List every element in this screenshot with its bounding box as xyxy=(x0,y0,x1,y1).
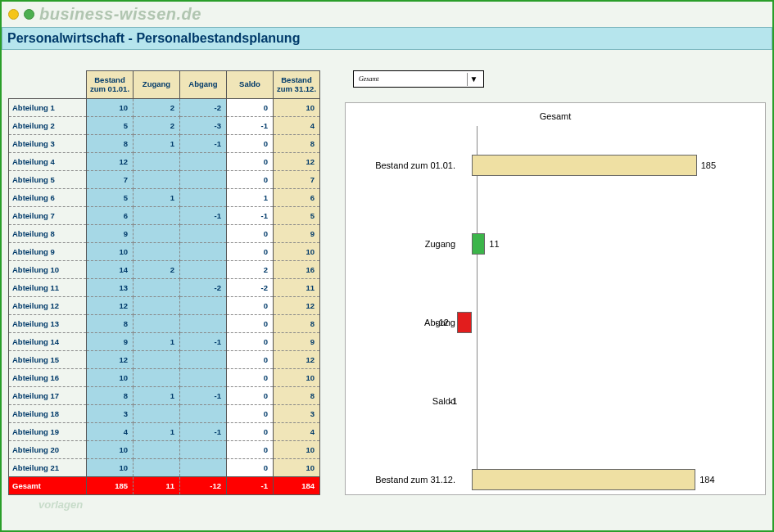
cell-saldo[interactable]: 0 xyxy=(227,135,274,153)
cell-name[interactable]: Abteilung 20 xyxy=(9,441,87,459)
cell-zugang[interactable] xyxy=(134,441,180,459)
cell-bestand1[interactable]: 10 xyxy=(87,369,134,387)
cell-name[interactable]: Abteilung 5 xyxy=(9,171,87,189)
cell-zugang[interactable] xyxy=(134,153,180,171)
cell-saldo[interactable]: 0 xyxy=(227,441,274,459)
cell-saldo[interactable]: 1 xyxy=(227,189,274,207)
cell-saldo[interactable]: -1 xyxy=(227,207,274,225)
cell-abgang[interactable]: -1 xyxy=(180,423,227,441)
cell-bestand1[interactable]: 9 xyxy=(87,225,134,243)
cell-saldo[interactable]: 0 xyxy=(227,99,274,117)
cell-bestand1[interactable]: 10 xyxy=(87,441,134,459)
cell-name[interactable]: Abteilung 1 xyxy=(9,99,87,117)
cell-zugang[interactable]: 1 xyxy=(134,387,180,405)
cell-abgang[interactable] xyxy=(180,189,227,207)
cell-saldo[interactable]: 0 xyxy=(227,369,274,387)
cell-zugang[interactable] xyxy=(134,171,180,189)
cell-bestand1[interactable]: 12 xyxy=(87,297,134,315)
cell-bestand1[interactable]: 3 xyxy=(87,405,134,423)
cell-bestand1[interactable]: 4 xyxy=(87,423,134,441)
cell-abgang[interactable] xyxy=(180,441,227,459)
cell-bestand1[interactable]: 7 xyxy=(87,171,134,189)
cell-bestand2[interactable]: 10 xyxy=(274,243,320,261)
cell-zugang[interactable] xyxy=(134,315,180,333)
cell-abgang[interactable]: -1 xyxy=(180,207,227,225)
cell-bestand2[interactable]: 9 xyxy=(274,225,320,243)
cell-name[interactable]: Abteilung 13 xyxy=(9,315,87,333)
cell-bestand2[interactable]: 5 xyxy=(274,207,320,225)
cell-name[interactable]: Abteilung 6 xyxy=(9,189,87,207)
cell-zugang[interactable]: 1 xyxy=(134,135,180,153)
cell-abgang[interactable]: -1 xyxy=(180,387,227,405)
cell-zugang[interactable]: 2 xyxy=(134,117,180,135)
series-dropdown[interactable]: Gesamt ▼ xyxy=(353,70,484,88)
cell-abgang[interactable] xyxy=(180,171,227,189)
cell-saldo[interactable]: 0 xyxy=(227,297,274,315)
cell-name[interactable]: Abteilung 14 xyxy=(9,333,87,351)
cell-bestand1[interactable]: 5 xyxy=(87,117,134,135)
cell-zugang[interactable] xyxy=(134,405,180,423)
cell-name[interactable]: Abteilung 3 xyxy=(9,135,87,153)
cell-name[interactable]: Abteilung 12 xyxy=(9,297,87,315)
cell-bestand2[interactable]: 10 xyxy=(274,369,320,387)
cell-abgang[interactable]: -3 xyxy=(180,117,227,135)
cell-saldo[interactable]: -1 xyxy=(227,117,274,135)
cell-abgang[interactable] xyxy=(180,315,227,333)
cell-zugang[interactable] xyxy=(134,369,180,387)
cell-bestand1[interactable]: 14 xyxy=(87,261,134,279)
cell-abgang[interactable] xyxy=(180,243,227,261)
cell-zugang[interactable]: 1 xyxy=(134,333,180,351)
cell-bestand1[interactable]: 5 xyxy=(87,189,134,207)
cell-bestand1[interactable]: 8 xyxy=(87,135,134,153)
cell-bestand2[interactable]: 12 xyxy=(274,153,320,171)
cell-bestand1[interactable]: 12 xyxy=(87,351,134,369)
cell-name[interactable]: Abteilung 9 xyxy=(9,243,87,261)
cell-saldo[interactable]: 0 xyxy=(227,459,274,477)
cell-zugang[interactable] xyxy=(134,279,180,297)
cell-abgang[interactable] xyxy=(180,225,227,243)
cell-bestand1[interactable]: 6 xyxy=(87,207,134,225)
cell-zugang[interactable]: 1 xyxy=(134,423,180,441)
cell-abgang[interactable] xyxy=(180,297,227,315)
cell-abgang[interactable]: -2 xyxy=(180,99,227,117)
cell-zugang[interactable]: 2 xyxy=(134,261,180,279)
cell-bestand2[interactable]: 10 xyxy=(274,99,320,117)
cell-abgang[interactable] xyxy=(180,153,227,171)
cell-saldo[interactable]: 0 xyxy=(227,405,274,423)
cell-bestand2[interactable]: 11 xyxy=(274,279,320,297)
cell-name[interactable]: Abteilung 15 xyxy=(9,351,87,369)
cell-zugang[interactable] xyxy=(134,207,180,225)
cell-bestand1[interactable]: 10 xyxy=(87,459,134,477)
cell-saldo[interactable]: 0 xyxy=(227,171,274,189)
cell-saldo[interactable]: 0 xyxy=(227,333,274,351)
cell-bestand1[interactable]: 10 xyxy=(87,243,134,261)
cell-name[interactable]: Abteilung 17 xyxy=(9,387,87,405)
cell-bestand2[interactable]: 10 xyxy=(274,459,320,477)
cell-saldo[interactable]: -2 xyxy=(227,279,274,297)
cell-name[interactable]: Abteilung 16 xyxy=(9,369,87,387)
cell-saldo[interactable]: 0 xyxy=(227,423,274,441)
cell-bestand2[interactable]: 8 xyxy=(274,135,320,153)
cell-abgang[interactable] xyxy=(180,459,227,477)
cell-abgang[interactable] xyxy=(180,369,227,387)
cell-bestand1[interactable]: 8 xyxy=(87,387,134,405)
cell-zugang[interactable] xyxy=(134,243,180,261)
cell-saldo[interactable]: 0 xyxy=(227,315,274,333)
cell-bestand2[interactable]: 12 xyxy=(274,297,320,315)
cell-name[interactable]: Abteilung 11 xyxy=(9,279,87,297)
cell-abgang[interactable]: -2 xyxy=(180,279,227,297)
cell-name[interactable]: Abteilung 18 xyxy=(9,405,87,423)
cell-zugang[interactable]: 2 xyxy=(134,99,180,117)
cell-bestand2[interactable]: 4 xyxy=(274,423,320,441)
cell-abgang[interactable]: -1 xyxy=(180,333,227,351)
cell-bestand2[interactable]: 7 xyxy=(274,171,320,189)
cell-bestand2[interactable]: 6 xyxy=(274,189,320,207)
cell-abgang[interactable] xyxy=(180,405,227,423)
cell-zugang[interactable]: 1 xyxy=(134,189,180,207)
cell-zugang[interactable] xyxy=(134,225,180,243)
cell-name[interactable]: Abteilung 10 xyxy=(9,261,87,279)
cell-abgang[interactable] xyxy=(180,261,227,279)
cell-zugang[interactable] xyxy=(134,459,180,477)
cell-bestand2[interactable]: 16 xyxy=(274,261,320,279)
cell-bestand2[interactable]: 3 xyxy=(274,405,320,423)
